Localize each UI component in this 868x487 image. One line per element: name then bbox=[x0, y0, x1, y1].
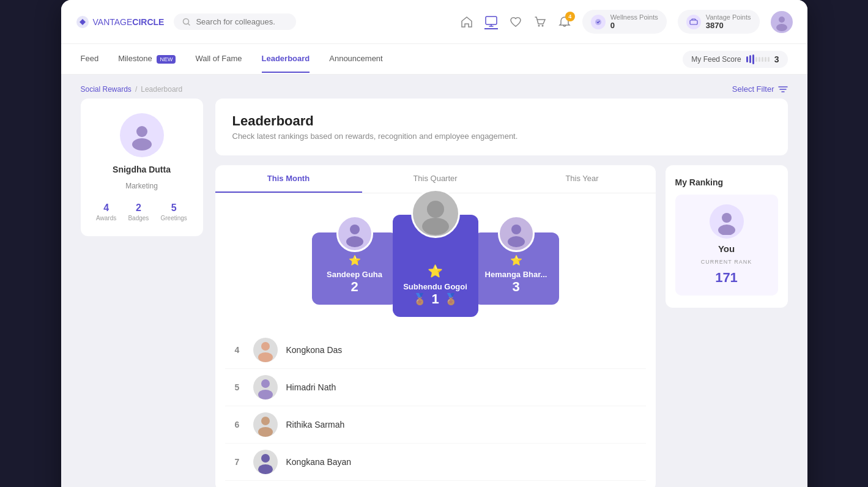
vantage-svg bbox=[689, 18, 698, 26]
breadcrumb-parent[interactable]: Social Rewards bbox=[81, 85, 132, 94]
right-main: Leaderboard Check latest rankings based … bbox=[215, 99, 788, 487]
monitor-icon bbox=[484, 15, 498, 28]
vantage-icon bbox=[686, 15, 701, 29]
app-container: VANTAGECIRCLE bbox=[61, 0, 807, 487]
my-ranking-title: My Ranking bbox=[675, 177, 724, 187]
list-item-4: 4 Kongkona Das bbox=[225, 332, 646, 369]
stat-greetings: 5 Greetings bbox=[161, 203, 187, 221]
wellness-value: 0 bbox=[610, 21, 658, 30]
left-panel: Snigdha Dutta Marketing 4 Awards 2 Badge… bbox=[81, 99, 203, 236]
svg-point-14 bbox=[511, 225, 521, 234]
profile-stats: 4 Awards 2 Badges 5 Greetings bbox=[91, 203, 193, 221]
stat-awards: 4 Awards bbox=[96, 203, 116, 221]
podium-star-3: ⭐ bbox=[510, 255, 522, 266]
svg-point-3 bbox=[538, 24, 540, 26]
svg-point-22 bbox=[261, 454, 270, 463]
vantage-value: 3870 bbox=[706, 21, 751, 30]
heart-nav-btn[interactable] bbox=[509, 15, 522, 29]
profile-avatar-icon bbox=[127, 120, 157, 151]
profile-name: Snigdha Dutta bbox=[113, 165, 171, 174]
monitor-nav-btn[interactable] bbox=[484, 15, 498, 29]
stat-badges-value: 2 bbox=[136, 203, 141, 214]
svg-point-4 bbox=[541, 24, 543, 26]
svg-point-6 bbox=[779, 17, 785, 23]
subnav-milestone[interactable]: Milestone NEW bbox=[118, 45, 176, 73]
sub-nav: Feed Milestone NEW Wall of Fame Leaderbo… bbox=[61, 44, 807, 75]
breadcrumb-separator: / bbox=[135, 85, 137, 94]
search-input[interactable] bbox=[196, 17, 275, 26]
filter-icon bbox=[778, 86, 788, 93]
svg-point-21 bbox=[258, 427, 273, 437]
bar-4 bbox=[755, 57, 757, 62]
podium-rank-2: ⭐ Sandeep Guha 2 bbox=[312, 232, 398, 305]
podium-star-1: ⭐ bbox=[428, 264, 443, 278]
svg-point-15 bbox=[508, 236, 525, 247]
logo-text: VANTAGECIRCLE bbox=[93, 17, 165, 27]
my-ranking-rank-label: CURRENT RANK bbox=[701, 259, 752, 265]
tab-this-month[interactable]: This Month bbox=[215, 165, 362, 193]
podium-avatar-3 bbox=[498, 215, 535, 252]
svg-point-25 bbox=[718, 225, 735, 235]
user-avatar-icon bbox=[773, 13, 791, 31]
cart-nav-btn[interactable] bbox=[533, 15, 547, 29]
stat-awards-label: Awards bbox=[96, 215, 116, 221]
svg-rect-2 bbox=[486, 17, 497, 24]
subnav-leaderboard[interactable]: Leaderboard bbox=[262, 45, 310, 73]
stat-badges: 2 Badges bbox=[128, 203, 149, 221]
feed-score-label: My Feed Score bbox=[691, 55, 741, 64]
svg-point-13 bbox=[422, 218, 449, 235]
list-name-6: Rithika Sarmah bbox=[286, 420, 345, 429]
bar-3 bbox=[752, 54, 754, 64]
breadcrumb-row: Social Rewards / Leaderboard Select Filt… bbox=[61, 75, 807, 99]
user-avatar-btn[interactable] bbox=[771, 11, 793, 33]
svg-rect-5 bbox=[690, 20, 697, 24]
svg-point-23 bbox=[258, 464, 273, 474]
svg-point-12 bbox=[427, 201, 444, 218]
svg-point-9 bbox=[132, 138, 152, 151]
breadcrumb-current: Leaderboard bbox=[141, 85, 182, 94]
my-ranking-avatar-icon bbox=[713, 208, 740, 235]
profile-avatar bbox=[120, 113, 164, 157]
top-nav: VANTAGECIRCLE bbox=[61, 0, 807, 44]
bar-1 bbox=[746, 56, 748, 62]
subnav-feed[interactable]: Feed bbox=[81, 45, 99, 73]
search-bar[interactable] bbox=[174, 13, 296, 30]
leaderboard-subtitle: Check latest rankings based on rewards, … bbox=[232, 132, 771, 141]
bar-8 bbox=[768, 57, 770, 62]
breadcrumb: Social Rewards / Leaderboard bbox=[81, 85, 183, 94]
select-filter-btn[interactable]: Select Filter bbox=[732, 84, 788, 94]
tab-this-year[interactable]: This Year bbox=[509, 165, 656, 193]
leaderboard-list: 4 Kongkona Das 5 bbox=[215, 327, 656, 487]
svg-point-8 bbox=[136, 126, 147, 137]
subnav-wall-of-fame[interactable]: Wall of Fame bbox=[195, 45, 242, 73]
podium-rank-num-3: 3 bbox=[512, 279, 519, 295]
feed-score-pill: My Feed Score 3 bbox=[683, 51, 787, 68]
bar-2 bbox=[749, 55, 751, 63]
list-item-7: 7 Kongkana Bayan bbox=[225, 444, 646, 481]
list-rank-5: 5 bbox=[230, 382, 245, 392]
bar-6 bbox=[762, 57, 763, 62]
my-ranking-card: You CURRENT RANK 171 bbox=[675, 195, 778, 296]
list-name-5: Himadri Nath bbox=[286, 382, 336, 392]
laurel-left: 🏅 bbox=[413, 292, 426, 306]
stat-badges-label: Badges bbox=[128, 215, 149, 221]
subnav-announcement[interactable]: Announcement bbox=[329, 45, 382, 73]
svg-point-17 bbox=[258, 352, 273, 362]
svg-point-18 bbox=[261, 379, 270, 388]
podium-rank-3: ⭐ Hemanga Bhar... 3 bbox=[473, 232, 559, 305]
podium-name-1: Subhendu Gogoi bbox=[403, 282, 467, 291]
bar-5 bbox=[759, 57, 760, 62]
list-avatar-7 bbox=[253, 450, 278, 474]
notification-btn[interactable]: 4 bbox=[558, 15, 571, 29]
leaderboard-header-card: Leaderboard Check latest rankings based … bbox=[215, 99, 788, 155]
leaderboard-main-panel: This Month This Quarter This Year bbox=[215, 165, 656, 487]
vantage-label: Vantage Points bbox=[706, 13, 751, 21]
search-icon bbox=[182, 18, 191, 26]
list-rank-4: 4 bbox=[230, 345, 245, 355]
my-ranking-rank-value: 171 bbox=[715, 270, 738, 286]
my-ranking-avatar bbox=[710, 204, 744, 239]
podium-rank-num-1: 1 bbox=[431, 291, 439, 307]
my-ranking-you-label: You bbox=[718, 244, 735, 254]
home-nav-btn[interactable] bbox=[460, 15, 473, 29]
laurel-right: 🏅 bbox=[444, 292, 458, 306]
